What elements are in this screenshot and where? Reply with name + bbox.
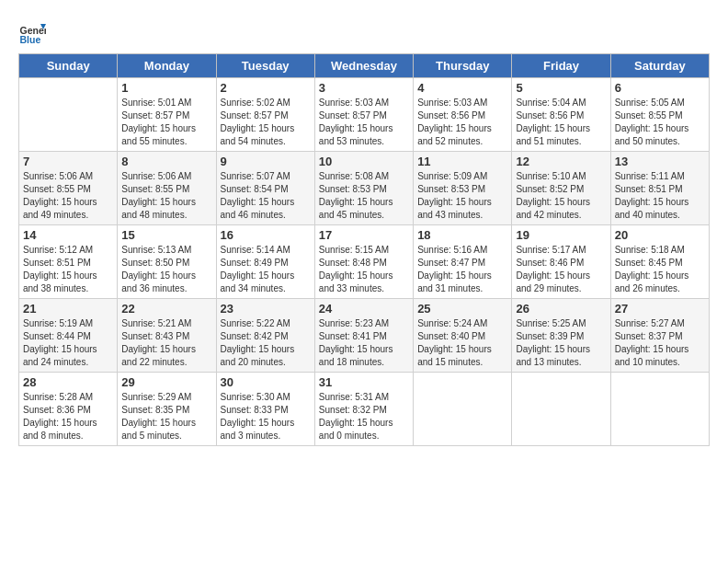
day-number: 14: [23, 228, 113, 242]
day-info: Sunrise: 5:06 AM Sunset: 8:55 PM Dayligh…: [121, 170, 211, 222]
day-number: 18: [417, 228, 507, 242]
day-info: Sunrise: 5:23 AM Sunset: 8:41 PM Dayligh…: [319, 317, 409, 369]
day-number: 13: [615, 155, 705, 168]
day-number: 11: [417, 155, 507, 168]
day-info: Sunrise: 5:02 AM Sunset: 8:57 PM Dayligh…: [221, 97, 311, 148]
logo-icon: General Blue: [18, 18, 46, 46]
day-number: 6: [615, 81, 705, 95]
day-info: Sunrise: 5:10 AM Sunset: 8:52 PM Dayligh…: [516, 170, 606, 222]
calendar-cell: [512, 373, 610, 446]
day-info: Sunrise: 5:09 AM Sunset: 8:53 PM Dayligh…: [417, 170, 507, 222]
calendar-cell: 12Sunrise: 5:10 AM Sunset: 8:52 PM Dayli…: [512, 152, 610, 225]
calendar-week-row: 28Sunrise: 5:28 AM Sunset: 8:36 PM Dayli…: [19, 373, 710, 446]
day-info: Sunrise: 5:07 AM Sunset: 8:54 PM Dayligh…: [221, 170, 311, 222]
calendar-cell: 2Sunrise: 5:02 AM Sunset: 8:57 PM Daylig…: [216, 78, 314, 152]
day-info: Sunrise: 5:12 AM Sunset: 8:51 PM Dayligh…: [23, 244, 113, 295]
day-info: Sunrise: 5:17 AM Sunset: 8:46 PM Dayligh…: [516, 244, 606, 295]
day-number: 23: [221, 302, 311, 316]
calendar-column-header: Monday: [118, 54, 216, 78]
day-info: Sunrise: 5:22 AM Sunset: 8:42 PM Dayligh…: [221, 317, 311, 369]
day-info: Sunrise: 5:19 AM Sunset: 8:44 PM Dayligh…: [23, 317, 113, 369]
calendar-cell: 19Sunrise: 5:17 AM Sunset: 8:46 PM Dayli…: [512, 225, 610, 299]
calendar-cell: 10Sunrise: 5:08 AM Sunset: 8:53 PM Dayli…: [314, 152, 413, 225]
day-info: Sunrise: 5:21 AM Sunset: 8:43 PM Dayligh…: [121, 317, 211, 369]
day-number: 25: [417, 302, 507, 316]
logo: General Blue: [18, 18, 48, 46]
calendar-cell: 24Sunrise: 5:23 AM Sunset: 8:41 PM Dayli…: [314, 299, 413, 373]
calendar-cell: 28Sunrise: 5:28 AM Sunset: 8:36 PM Dayli…: [19, 373, 118, 446]
calendar-cell: 11Sunrise: 5:09 AM Sunset: 8:53 PM Dayli…: [414, 152, 512, 225]
calendar-cell: 8Sunrise: 5:06 AM Sunset: 8:55 PM Daylig…: [118, 152, 216, 225]
calendar-cell: 15Sunrise: 5:13 AM Sunset: 8:50 PM Dayli…: [118, 225, 216, 299]
calendar-column-header: Wednesday: [314, 54, 413, 78]
day-number: 12: [516, 155, 606, 168]
day-number: 31: [319, 375, 409, 389]
day-number: 21: [23, 302, 113, 316]
day-info: Sunrise: 5:03 AM Sunset: 8:56 PM Dayligh…: [417, 97, 507, 148]
calendar-column-header: Saturday: [610, 54, 709, 78]
day-number: 16: [221, 228, 311, 242]
calendar-cell: 25Sunrise: 5:24 AM Sunset: 8:40 PM Dayli…: [414, 299, 512, 373]
day-info: Sunrise: 5:31 AM Sunset: 8:32 PM Dayligh…: [319, 391, 409, 442]
day-info: Sunrise: 5:15 AM Sunset: 8:48 PM Dayligh…: [319, 244, 409, 295]
day-number: 15: [121, 228, 211, 242]
day-number: 7: [23, 155, 113, 168]
day-number: 10: [319, 155, 409, 168]
calendar-cell: 14Sunrise: 5:12 AM Sunset: 8:51 PM Dayli…: [19, 225, 118, 299]
day-info: Sunrise: 5:11 AM Sunset: 8:51 PM Dayligh…: [615, 170, 705, 222]
calendar-cell: 1Sunrise: 5:01 AM Sunset: 8:57 PM Daylig…: [118, 78, 216, 152]
calendar-cell: 31Sunrise: 5:31 AM Sunset: 8:32 PM Dayli…: [314, 373, 413, 446]
calendar-cell: 22Sunrise: 5:21 AM Sunset: 8:43 PM Dayli…: [118, 299, 216, 373]
calendar-table: SundayMondayTuesdayWednesdayThursdayFrid…: [18, 53, 710, 446]
day-number: 29: [121, 375, 211, 389]
day-info: Sunrise: 5:08 AM Sunset: 8:53 PM Dayligh…: [319, 170, 409, 222]
day-info: Sunrise: 5:16 AM Sunset: 8:47 PM Dayligh…: [417, 244, 507, 295]
day-info: Sunrise: 5:14 AM Sunset: 8:49 PM Dayligh…: [221, 244, 311, 295]
calendar-column-header: Friday: [512, 54, 610, 78]
calendar-cell: 7Sunrise: 5:06 AM Sunset: 8:55 PM Daylig…: [19, 152, 118, 225]
day-number: 8: [121, 155, 211, 168]
day-number: 2: [221, 81, 311, 95]
calendar-column-header: Sunday: [19, 54, 118, 78]
day-info: Sunrise: 5:18 AM Sunset: 8:45 PM Dayligh…: [615, 244, 705, 295]
day-number: 19: [516, 228, 606, 242]
day-number: 20: [615, 228, 705, 242]
day-number: 4: [417, 81, 507, 95]
day-info: Sunrise: 5:01 AM Sunset: 8:57 PM Dayligh…: [121, 97, 211, 148]
day-number: 30: [221, 375, 311, 389]
day-info: Sunrise: 5:28 AM Sunset: 8:36 PM Dayligh…: [23, 391, 113, 442]
calendar-header: SundayMondayTuesdayWednesdayThursdayFrid…: [19, 54, 710, 78]
calendar-cell: 16Sunrise: 5:14 AM Sunset: 8:49 PM Dayli…: [216, 225, 314, 299]
calendar-column-header: Thursday: [414, 54, 512, 78]
day-info: Sunrise: 5:06 AM Sunset: 8:55 PM Dayligh…: [23, 170, 113, 222]
day-info: Sunrise: 5:24 AM Sunset: 8:40 PM Dayligh…: [417, 317, 507, 369]
day-info: Sunrise: 5:25 AM Sunset: 8:39 PM Dayligh…: [516, 317, 606, 369]
day-number: 24: [319, 302, 409, 316]
day-number: 5: [516, 81, 606, 95]
day-info: Sunrise: 5:05 AM Sunset: 8:55 PM Dayligh…: [615, 97, 705, 148]
calendar-cell: [19, 78, 118, 152]
day-number: 28: [23, 375, 113, 389]
calendar-cell: 20Sunrise: 5:18 AM Sunset: 8:45 PM Dayli…: [610, 225, 709, 299]
calendar-week-row: 21Sunrise: 5:19 AM Sunset: 8:44 PM Dayli…: [19, 299, 710, 373]
day-info: Sunrise: 5:13 AM Sunset: 8:50 PM Dayligh…: [121, 244, 211, 295]
calendar-cell: 30Sunrise: 5:30 AM Sunset: 8:33 PM Dayli…: [216, 373, 314, 446]
calendar-week-row: 1Sunrise: 5:01 AM Sunset: 8:57 PM Daylig…: [19, 78, 710, 152]
calendar-cell: 29Sunrise: 5:29 AM Sunset: 8:35 PM Dayli…: [118, 373, 216, 446]
day-number: 27: [615, 302, 705, 316]
day-number: 17: [319, 228, 409, 242]
day-info: Sunrise: 5:27 AM Sunset: 8:37 PM Dayligh…: [615, 317, 705, 369]
calendar-cell: 17Sunrise: 5:15 AM Sunset: 8:48 PM Dayli…: [314, 225, 413, 299]
svg-text:Blue: Blue: [20, 34, 41, 45]
day-info: Sunrise: 5:03 AM Sunset: 8:57 PM Dayligh…: [319, 97, 409, 148]
day-number: 26: [516, 302, 606, 316]
day-number: 1: [121, 81, 211, 95]
page-header: General Blue: [18, 18, 710, 46]
day-number: 3: [319, 81, 409, 95]
calendar-cell: 21Sunrise: 5:19 AM Sunset: 8:44 PM Dayli…: [19, 299, 118, 373]
calendar-cell: 18Sunrise: 5:16 AM Sunset: 8:47 PM Dayli…: [414, 225, 512, 299]
calendar-body: 1Sunrise: 5:01 AM Sunset: 8:57 PM Daylig…: [19, 78, 710, 446]
calendar-cell: [414, 373, 512, 446]
calendar-cell: 9Sunrise: 5:07 AM Sunset: 8:54 PM Daylig…: [216, 152, 314, 225]
calendar-cell: 26Sunrise: 5:25 AM Sunset: 8:39 PM Dayli…: [512, 299, 610, 373]
